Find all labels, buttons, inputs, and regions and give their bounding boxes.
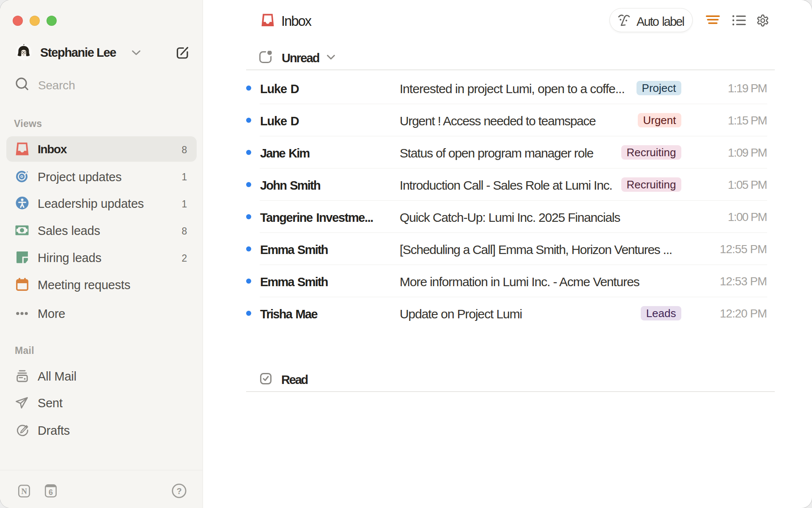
svg-text:?: ? bbox=[176, 486, 181, 496]
svg-text:6: 6 bbox=[49, 488, 53, 497]
svg-text:N: N bbox=[21, 487, 27, 496]
